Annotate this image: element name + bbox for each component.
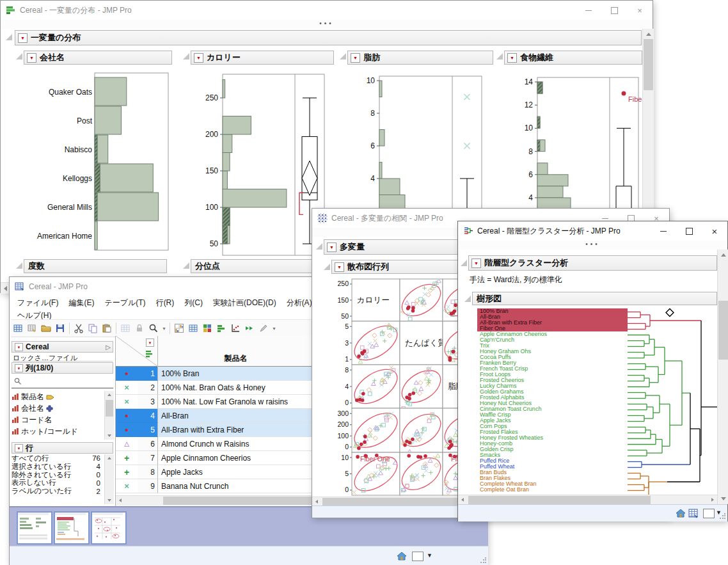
row-number[interactable]: 3	[138, 395, 158, 409]
row-state-marker[interactable]: +	[116, 451, 138, 465]
lock-icon[interactable]	[133, 322, 146, 335]
row-state-marker[interactable]: ●	[116, 367, 138, 381]
rows-scrollbar[interactable]	[104, 454, 114, 504]
product-name-cell[interactable]: Banana Nut Crunch	[158, 479, 314, 493]
row-number[interactable]: 8	[138, 465, 158, 479]
scrollbar-thumb[interactable]	[718, 301, 728, 360]
row-state-marker[interactable]: ×	[116, 381, 138, 395]
histogram-bar[interactable]	[223, 116, 251, 135]
outlier-point-fiber-one[interactable]	[622, 92, 626, 96]
vertical-scrollbar[interactable]	[717, 250, 728, 504]
minimize-button[interactable]	[576, 1, 601, 20]
bar-American Home[interactable]	[95, 221, 97, 250]
new-data-table-icon[interactable]	[12, 322, 24, 335]
product-name-cell[interactable]: 100% Nat. Bran Oats & Honey	[158, 381, 314, 395]
edit-icon[interactable]	[257, 322, 270, 335]
home-icon[interactable]	[676, 509, 686, 518]
distribution-icon[interactable]	[215, 322, 228, 335]
row-state-marker[interactable]: ●	[116, 423, 138, 437]
window-color-swatch[interactable]	[703, 509, 715, 518]
histogram-bar[interactable]	[537, 186, 563, 198]
row-number[interactable]: 7	[138, 451, 158, 465]
histogram-bar[interactable]	[223, 134, 232, 153]
row-number[interactable]: 9	[138, 479, 158, 493]
open-icon[interactable]	[40, 322, 52, 335]
column-item-4[interactable]: ホット/コールド	[12, 426, 104, 437]
menu-4[interactable]: 行(R)	[151, 297, 180, 309]
product-name-cell[interactable]: 100% Nat. Low Fat Granola w raisins	[158, 395, 314, 409]
expand-right-icon[interactable]: ▷	[106, 344, 111, 351]
scrollbar-thumb[interactable]	[106, 400, 113, 417]
red-triangle-menu[interactable]: ▼	[27, 53, 36, 63]
red-triangle-menu[interactable]: ▼	[507, 53, 517, 63]
distribution-titlebar[interactable]: Cereal - 一変量の分布 - JMP Pro ×	[1, 1, 653, 20]
row-state-marker[interactable]: △	[116, 437, 138, 451]
menu-6[interactable]: 実験計画(DOE)(D)	[208, 297, 281, 309]
dendrogram-leaf-label[interactable]: Cap'n'Crunch	[480, 337, 628, 343]
red-triangle-menu[interactable]: ▼	[15, 343, 23, 351]
red-triangle-menu[interactable]: ▼	[327, 243, 336, 252]
histogram-bar[interactable]	[379, 81, 382, 97]
histogram-bar[interactable]	[223, 189, 287, 208]
menu-1[interactable]: ファイル(F)	[12, 297, 63, 309]
product-name-cell[interactable]: Apple Jacks	[158, 465, 314, 479]
red-triangle-menu[interactable]: ▼	[194, 53, 203, 63]
dendrogram-leaf-label[interactable]: 100% Bran	[480, 308, 628, 314]
menu-2[interactable]: 編集(E)	[63, 297, 99, 309]
red-triangle-menu[interactable]: ▼	[335, 262, 344, 272]
toolbar-overflow-arrow[interactable]: ▼	[162, 326, 166, 331]
maximize-button[interactable]	[676, 221, 702, 241]
outline-disclosure[interactable]	[6, 34, 12, 40]
paste-icon[interactable]	[100, 322, 113, 335]
panel-disclosure[interactable]	[183, 262, 189, 269]
minimize-button[interactable]	[651, 221, 676, 241]
graph-builder-icon[interactable]	[173, 322, 186, 335]
columns-scrollbar[interactable]	[104, 391, 114, 440]
outline-disclosure[interactable]	[461, 260, 467, 266]
ribbon-collapse-handle[interactable]: •••	[1, 20, 653, 29]
four-squares-icon[interactable]	[201, 322, 214, 335]
red-triangle-menu[interactable]: ▼	[18, 33, 28, 43]
row-state-marker[interactable]: ×	[116, 479, 138, 493]
product-name-cell[interactable]: 100% Bran	[158, 367, 314, 381]
dendrogram-tree[interactable]	[628, 308, 717, 495]
columns-sort-icon[interactable]	[145, 350, 153, 358]
company-bar-chart[interactable]: Quaker OatsPostNabiscoKelloggsGeneral Mi…	[13, 65, 173, 276]
dendrogram-leaf-label[interactable]: Golden Crisp	[480, 447, 628, 452]
horizontal-scrollbar[interactable]	[458, 495, 717, 505]
red-triangle-menu[interactable]: ▼	[15, 444, 23, 452]
row-number[interactable]: 5	[138, 423, 158, 437]
histogram-bar[interactable]	[223, 153, 230, 171]
red-triangle-menu[interactable]: ▼	[471, 259, 481, 268]
thumbnail-scatter-matrix[interactable]	[91, 511, 127, 545]
bar-Post[interactable]	[95, 106, 122, 134]
panel-disclosure[interactable]	[464, 296, 471, 302]
outline-disclosure[interactable]	[316, 243, 322, 250]
scrollbar-thumb[interactable]	[468, 496, 651, 504]
histogram-bar[interactable]	[379, 163, 382, 179]
panel-disclosure[interactable]	[16, 262, 22, 269]
histogram-bar[interactable]	[223, 171, 227, 189]
product-name-cell[interactable]: Apple Cinnamon Cheerios	[158, 451, 314, 465]
histogram-bar[interactable]	[379, 130, 384, 147]
row-number[interactable]: 6	[138, 437, 158, 451]
scrollbar-thumb[interactable]	[644, 39, 653, 90]
bar-General Mills[interactable]	[95, 193, 159, 221]
column-header-product-name[interactable]: 製品名	[158, 336, 314, 367]
dendrogram-leaf-label[interactable]: Complete Oat Bran	[480, 487, 628, 493]
red-triangle-menu[interactable]: ▼	[15, 364, 23, 372]
window-color-swatch[interactable]	[412, 552, 423, 561]
close-button[interactable]: ×	[702, 221, 727, 241]
tabulate-icon[interactable]	[187, 322, 200, 335]
cut-icon[interactable]	[72, 322, 85, 335]
data-table-icon[interactable]	[688, 509, 699, 518]
panel-disclosure[interactable]	[183, 53, 189, 60]
fit-yx-icon[interactable]	[229, 322, 242, 335]
panel-disclosure[interactable]	[324, 264, 330, 270]
product-name-cell[interactable]: All-Bran	[158, 409, 314, 423]
histogram-bar[interactable]	[537, 175, 568, 186]
bar-Quaker Oats[interactable]	[95, 77, 127, 106]
menu-5[interactable]: 列(C)	[179, 297, 208, 309]
panel-disclosure[interactable]	[496, 53, 503, 60]
product-name-cell[interactable]: Almond Crunch w Raisins	[158, 437, 314, 451]
